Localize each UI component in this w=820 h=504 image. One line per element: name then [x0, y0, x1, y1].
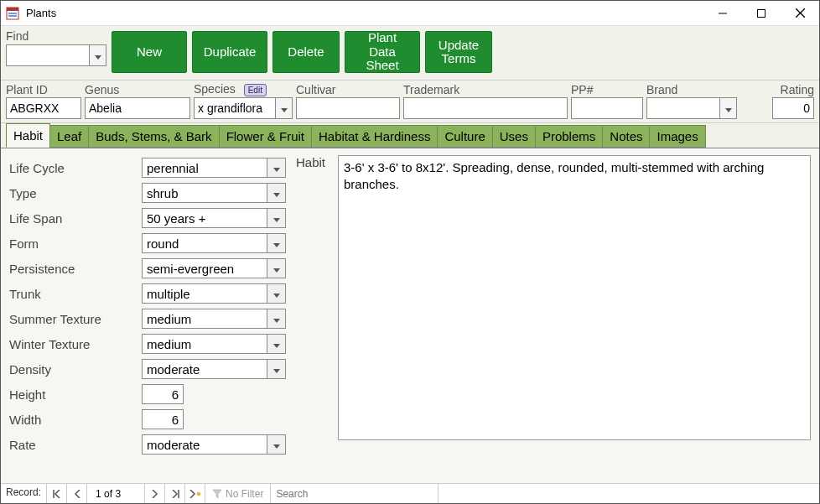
- habit-panel: Life Cycle Type Life Span Form Persisten…: [1, 148, 819, 483]
- record-search-input[interactable]: [271, 484, 438, 503]
- persistence-input[interactable]: [143, 259, 267, 278]
- life-cycle-dropdown-button[interactable]: [267, 158, 285, 177]
- height-input[interactable]: [142, 384, 184, 404]
- svg-rect-5: [758, 9, 766, 17]
- chevron-down-icon: [273, 236, 280, 250]
- record-next-button[interactable]: [145, 484, 165, 503]
- form-label: Form: [9, 236, 142, 251]
- brand-dropdown-button[interactable]: [719, 98, 736, 118]
- app-window: Plants Find New Duplicate Delete Plant D…: [0, 0, 820, 504]
- record-search[interactable]: [271, 484, 439, 503]
- chevron-down-icon: [273, 337, 280, 351]
- summer-texture-dropdown-button[interactable]: [267, 309, 285, 328]
- tab-habitat-hardiness[interactable]: Habitat & Hardiness: [311, 125, 438, 148]
- window-close-button[interactable]: [781, 1, 819, 26]
- tabbar: Habit Leaf Buds, Stems, & Bark Flower & …: [1, 123, 819, 148]
- find-input[interactable]: [7, 45, 89, 65]
- record-first-button[interactable]: [47, 484, 67, 503]
- find-combo[interactable]: [6, 44, 106, 66]
- rate-label: Rate: [9, 438, 142, 452]
- tab-buds-stems-bark[interactable]: Buds, Stems, & Bark: [88, 125, 219, 148]
- rate-dropdown-button[interactable]: [267, 435, 285, 454]
- habit-desc-textarea[interactable]: 3-6' x 3-6' to 8x12'. Spreading, dense, …: [338, 155, 811, 440]
- cultivar-input[interactable]: [296, 97, 400, 119]
- app-icon: [6, 7, 19, 20]
- brand-combo[interactable]: [646, 97, 737, 119]
- tab-habit[interactable]: Habit: [6, 123, 50, 148]
- pp-input[interactable]: [571, 97, 643, 119]
- habit-desc-label: Habit: [296, 155, 333, 476]
- find-dropdown-button[interactable]: [89, 45, 106, 65]
- new-button[interactable]: New: [112, 31, 187, 73]
- type-input[interactable]: [143, 184, 267, 202]
- genus-input[interactable]: [85, 97, 190, 119]
- delete-button[interactable]: Delete: [272, 31, 340, 73]
- trademark-input[interactable]: [403, 97, 568, 119]
- tab-uses[interactable]: Uses: [492, 125, 536, 148]
- chevron-down-icon: [273, 161, 280, 174]
- summer-texture-label: Summer Texture: [9, 312, 142, 326]
- tab-problems[interactable]: Problems: [535, 125, 603, 148]
- species-combo[interactable]: [194, 97, 293, 119]
- rating-input[interactable]: [772, 97, 814, 119]
- type-combo[interactable]: [142, 183, 286, 203]
- chevron-down-icon: [273, 186, 280, 200]
- rate-input[interactable]: [143, 435, 267, 454]
- life-cycle-label: Life Cycle: [9, 161, 142, 175]
- record-position[interactable]: [87, 484, 145, 503]
- update-terms-button[interactable]: Update Terms: [425, 31, 492, 73]
- summer-texture-combo[interactable]: [142, 309, 286, 329]
- trunk-combo[interactable]: [142, 283, 286, 304]
- species-label: Species Edit: [194, 82, 293, 96]
- form-combo[interactable]: [142, 233, 286, 253]
- trunk-dropdown-button[interactable]: [267, 284, 285, 303]
- pp-label: PP#: [571, 83, 643, 96]
- chevron-down-icon: [273, 287, 280, 300]
- width-label: Width: [9, 413, 142, 427]
- density-combo[interactable]: [142, 359, 286, 379]
- window-maximize-button[interactable]: [742, 1, 781, 26]
- life-span-input[interactable]: [143, 209, 267, 227]
- winter-texture-input[interactable]: [143, 335, 267, 353]
- record-nofilter[interactable]: No Filter: [205, 484, 271, 503]
- form-dropdown-button[interactable]: [267, 234, 285, 252]
- tab-flower-fruit[interactable]: Flower & Fruit: [219, 125, 312, 148]
- species-edit-button[interactable]: Edit: [244, 84, 267, 96]
- life-span-dropdown-button[interactable]: [267, 209, 285, 227]
- summer-texture-input[interactable]: [143, 309, 267, 328]
- persistence-combo[interactable]: [142, 258, 286, 278]
- life-cycle-input[interactable]: [143, 158, 267, 177]
- species-dropdown-button[interactable]: [275, 98, 292, 118]
- tab-images[interactable]: Images: [649, 125, 705, 148]
- record-position-input[interactable]: [94, 487, 138, 501]
- trademark-label: Trademark: [403, 83, 568, 96]
- plant-data-sheet-button[interactable]: Plant Data Sheet: [345, 31, 420, 73]
- svg-rect-3: [8, 15, 17, 17]
- life-span-combo[interactable]: [142, 208, 286, 228]
- tab-culture[interactable]: Culture: [437, 125, 492, 148]
- width-input[interactable]: [142, 409, 184, 429]
- record-new-button[interactable]: [185, 484, 205, 503]
- record-last-button[interactable]: [165, 484, 185, 503]
- winter-texture-label: Winter Texture: [9, 337, 142, 351]
- density-input[interactable]: [143, 360, 267, 378]
- trunk-input[interactable]: [143, 284, 267, 303]
- duplicate-button[interactable]: Duplicate: [192, 31, 267, 73]
- rate-combo[interactable]: [142, 434, 286, 455]
- window-minimize-button[interactable]: [703, 1, 742, 26]
- chevron-down-icon: [273, 438, 280, 451]
- brand-input[interactable]: [647, 98, 719, 118]
- titlebar-title: Plants: [24, 7, 703, 19]
- tab-notes[interactable]: Notes: [602, 125, 650, 148]
- species-input[interactable]: [195, 98, 275, 118]
- tab-leaf[interactable]: Leaf: [49, 125, 89, 148]
- plantid-input[interactable]: [6, 97, 81, 119]
- persistence-dropdown-button[interactable]: [267, 259, 285, 278]
- winter-texture-combo[interactable]: [142, 334, 286, 354]
- type-dropdown-button[interactable]: [267, 184, 285, 202]
- form-input[interactable]: [143, 234, 267, 252]
- life-cycle-combo[interactable]: [142, 158, 286, 178]
- winter-texture-dropdown-button[interactable]: [267, 335, 285, 353]
- density-dropdown-button[interactable]: [267, 360, 285, 378]
- record-prev-button[interactable]: [67, 484, 87, 503]
